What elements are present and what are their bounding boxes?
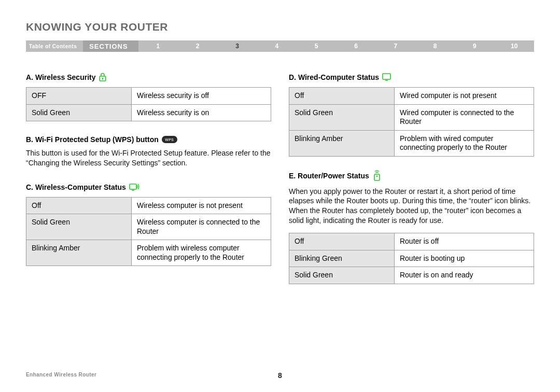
nav-8[interactable]: 8 [415, 40, 455, 52]
cell-desc: Router is booting up [394, 250, 534, 267]
table-row: Off Wired computer is not present [289, 88, 534, 105]
cell-desc: Wired computer is not present [394, 88, 534, 105]
cell-desc: Wireless security is on [131, 104, 271, 121]
svg-rect-2 [130, 184, 136, 189]
right-column: D. Wired-Computer Status Off Wired compu… [289, 73, 534, 284]
section-b-label: B. Wi-Fi Protected Setup (WPS) button [26, 136, 159, 143]
nav-1[interactable]: 1 [138, 40, 178, 52]
section-e-note: When you apply power to the Router or re… [289, 187, 534, 226]
svg-rect-4 [374, 174, 380, 180]
section-b-head: B. Wi-Fi Protected Setup (WPS) button WP… [26, 136, 271, 143]
footer-page-number: 8 [26, 371, 534, 380]
section-nav: Table of Contents SECTIONS 1 2 3 4 5 6 7… [26, 40, 534, 52]
table-row: OFF Wireless security is off [26, 88, 271, 105]
section-e-head: E. Router/Power Status [289, 170, 534, 181]
cell-state: OFF [26, 88, 132, 105]
section-b-note: This button is used for the Wi-Fi Protec… [26, 148, 271, 168]
cell-state: Solid Green [289, 267, 395, 284]
svg-rect-1 [102, 78, 103, 80]
cell-state: Off [26, 197, 132, 214]
section-d-table: Off Wired computer is not present Solid … [289, 87, 534, 157]
section-d-label: D. Wired-Computer Status [289, 74, 379, 81]
table-row: Solid Green Router is on and ready [289, 267, 534, 284]
page-footer: Enhanced Wireless Router 8 [26, 371, 534, 377]
section-e-label: E. Router/Power Status [289, 172, 369, 179]
table-row: Off Router is off [289, 233, 534, 250]
section-d-head: D. Wired-Computer Status [289, 73, 534, 82]
section-a-label: A. Wireless Security [26, 74, 96, 81]
cell-state: Blinking Green [289, 250, 395, 267]
table-row: Off Wireless computer is not present [26, 197, 271, 214]
table-row: Blinking Amber Problem with wireless com… [26, 240, 271, 266]
cell-desc: Router is off [394, 233, 534, 250]
nav-5[interactable]: 5 [297, 40, 336, 52]
cell-state: Solid Green [26, 214, 132, 240]
cell-desc: Wireless computer is connected to the Ro… [131, 214, 271, 240]
nav-4[interactable]: 4 [257, 40, 297, 52]
table-row: Solid Green Wireless computer is connect… [26, 214, 271, 240]
cell-state: Solid Green [26, 104, 132, 121]
table-row: Blinking Amber Problem with wired comput… [289, 130, 534, 156]
left-column: A. Wireless Security OFF Wireless securi… [26, 73, 271, 284]
cell-desc: Wireless computer is not present [131, 197, 271, 214]
nav-3[interactable]: 3 [217, 40, 257, 52]
table-row: Solid Green Wireless security is on [26, 104, 271, 121]
cell-desc: Problem with wired computer connecting p… [394, 130, 534, 156]
cell-state: Off [289, 233, 395, 250]
nav-9[interactable]: 9 [455, 40, 494, 52]
nav-6[interactable]: 6 [336, 40, 375, 52]
cell-desc: Wireless security is off [131, 88, 271, 105]
cell-desc: Wired computer is connected to the Route… [394, 104, 534, 130]
cell-desc: Problem with wireless computer connectin… [131, 240, 271, 266]
cell-desc: Router is on and ready [394, 267, 534, 284]
nav-10[interactable]: 10 [495, 40, 534, 52]
cell-state: Off [289, 88, 395, 105]
router-icon [372, 170, 382, 181]
lock-icon [99, 73, 106, 82]
section-c-label: C. Wireless-Computer Status [26, 184, 126, 191]
svg-point-5 [376, 175, 377, 177]
nav-7[interactable]: 7 [376, 40, 415, 52]
section-a-table: OFF Wireless security is off Solid Green… [26, 87, 271, 121]
nav-2[interactable]: 2 [178, 40, 217, 52]
cell-state: Solid Green [289, 104, 395, 130]
section-c-table: Off Wireless computer is not present Sol… [26, 197, 271, 267]
page-title: KNOWING YOUR ROUTER [26, 21, 534, 33]
table-row: Blinking Green Router is booting up [289, 250, 534, 267]
svg-rect-3 [383, 74, 390, 79]
cell-state: Blinking Amber [26, 240, 132, 266]
cell-state: Blinking Amber [289, 130, 395, 156]
wireless-computer-icon [129, 183, 139, 192]
section-c-head: C. Wireless-Computer Status [26, 183, 271, 192]
nav-toc[interactable]: Table of Contents [26, 40, 83, 52]
wired-computer-icon [382, 73, 393, 82]
table-row: Solid Green Wired computer is connected … [289, 104, 534, 130]
section-a-head: A. Wireless Security [26, 73, 271, 82]
section-e-table: Off Router is off Blinking Green Router … [289, 233, 534, 284]
nav-sections-label: SECTIONS [83, 40, 138, 52]
wps-button-icon: WPS [162, 136, 177, 143]
